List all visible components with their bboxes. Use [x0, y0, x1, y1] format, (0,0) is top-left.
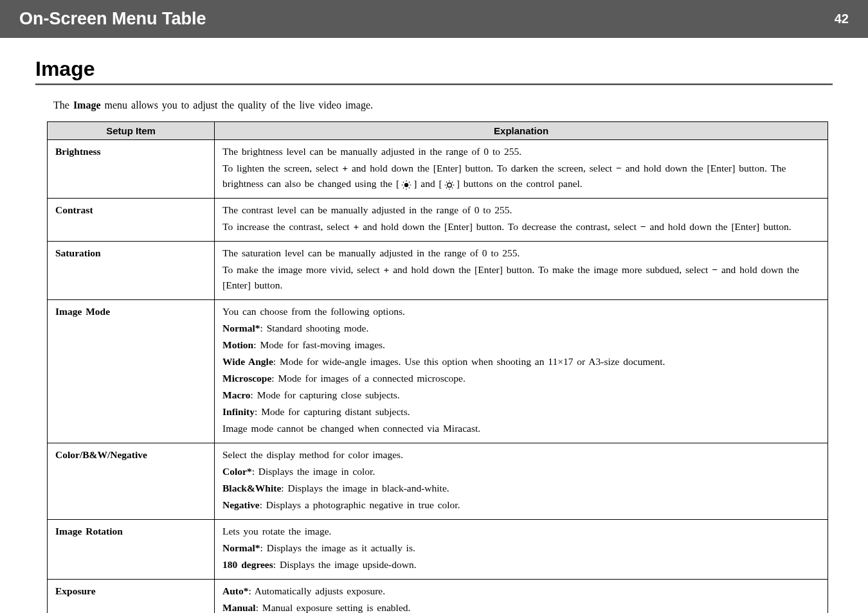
label-exposure: Exposure [48, 580, 215, 613]
opt-label: Infinity [222, 406, 255, 417]
opt-text: : Manual exposure setting is enabled. [256, 602, 411, 613]
opt-label: Black&White [222, 483, 281, 493]
svg-point-9 [448, 183, 451, 187]
line: Normal*: Standard shooting mode. [222, 321, 820, 336]
minus: − [712, 264, 718, 275]
text: To increase the contrast, select [222, 221, 353, 232]
label-contrast: Contrast [48, 199, 215, 242]
opt-text: : Displays the image in color. [252, 466, 375, 477]
line: Black&White: Displays the image in black… [222, 481, 820, 496]
svg-point-0 [404, 183, 408, 187]
opt-text: : Mode for fast-moving images. [253, 339, 385, 350]
text: You can choose from the following option… [222, 304, 820, 319]
row-image-mode: Image Mode You can choose from the follo… [48, 300, 828, 443]
desc-color-bw: Select the display method for color imag… [215, 443, 828, 520]
opt-label: Microscope [222, 373, 271, 384]
opt-text: : Automatically adjusts exposure. [248, 585, 385, 596]
contrast-line2: To increase the contrast, select + and h… [222, 219, 820, 235]
text: ] buttons on the control panel. [457, 178, 583, 189]
opt-text: : Displays the image upside-down. [273, 559, 417, 570]
label-color-bw: Color/B&W/Negative [48, 443, 215, 520]
opt-label: Macro [222, 389, 251, 400]
text: To make the image more vivid, select [222, 264, 384, 275]
line: Infinity: Mode for capturing distant sub… [222, 404, 820, 420]
text: and hold down the [Enter] button. To dec… [359, 221, 640, 232]
desc-contrast: The contrast level can be manually adjus… [215, 199, 828, 242]
opt-label: Auto* [222, 585, 248, 596]
intro-bold: Image [73, 100, 101, 111]
page-content: Image The Image menu allows you to adjus… [0, 38, 868, 613]
svg-line-6 [409, 188, 410, 188]
line: Color*: Displays the image in color. [222, 464, 820, 479]
plus: + [342, 163, 348, 173]
section-underline [35, 84, 833, 85]
row-exposure: Exposure Auto*: Automatically adjusts ex… [48, 580, 828, 613]
opt-text: : Standard shooting mode. [260, 323, 369, 333]
line: 180 degrees: Displays the image upside-d… [222, 557, 820, 573]
text: and hold down the [Enter] button. To mak… [389, 264, 712, 275]
line: Macro: Mode for capturing close subjects… [222, 387, 820, 403]
header-setup-item: Setup Item [48, 122, 215, 140]
settings-table: Setup Item Explanation Brightness The br… [47, 121, 828, 613]
line: Auto*: Automatically adjusts exposure. [222, 583, 820, 599]
svg-line-17 [452, 182, 453, 182]
opt-label: Wide Angle [222, 356, 273, 367]
line: Normal*: Displays the image as it actual… [222, 540, 820, 556]
page-number: 42 [835, 12, 849, 26]
text: Image mode cannot be changed when connec… [222, 421, 820, 436]
desc-brightness: The brightness level can be manually adj… [215, 140, 828, 199]
opt-label: Manual [222, 602, 256, 613]
desc-rotation: Lets you rotate the image. Normal*: Disp… [215, 520, 828, 580]
text: and hold down the [Enter] button. [646, 221, 791, 232]
brightness-down-icon [399, 179, 413, 190]
header-bar: On-Screen Menu Table 42 [0, 0, 868, 38]
line: Negative: Displays a photographic negati… [222, 497, 820, 513]
line: Wide Angle: Mode for wide-angle images. … [222, 354, 820, 369]
svg-line-8 [409, 182, 410, 182]
brightness-line1: The brightness level can be manually adj… [222, 144, 820, 159]
label-image-mode: Image Mode [48, 300, 215, 443]
label-saturation: Saturation [48, 242, 215, 300]
minus: − [640, 221, 646, 232]
svg-line-5 [403, 182, 404, 182]
svg-line-16 [446, 188, 447, 188]
opt-label: Motion [222, 339, 253, 350]
opt-label: Normal* [222, 542, 260, 553]
line: Microscope: Mode for images of a connect… [222, 371, 820, 386]
intro-prefix: The [53, 100, 73, 111]
line: Manual: Manual exposure setting is enabl… [222, 600, 820, 613]
opt-text: : Displays the image in black-and-white. [281, 483, 449, 493]
text: To lighten the screen, select [222, 163, 342, 173]
desc-image-mode: You can choose from the following option… [215, 300, 828, 443]
row-saturation: Saturation The saturation level can be m… [48, 242, 828, 300]
text: Select the display method for color imag… [222, 447, 820, 463]
opt-text: : Mode for wide-angle images. Use this o… [273, 356, 665, 367]
minus: − [616, 163, 622, 173]
label-brightness: Brightness [48, 140, 215, 199]
intro-suffix: menu allows you to adjust the quality of… [101, 100, 373, 111]
text: Lets you rotate the image. [222, 524, 820, 539]
opt-label: 180 degrees [222, 559, 273, 570]
opt-text: : Mode for capturing close subjects. [251, 389, 400, 400]
desc-exposure: Auto*: Automatically adjusts exposure. M… [215, 580, 828, 613]
opt-text: : Displays a photographic negative in tr… [260, 499, 460, 510]
row-contrast: Contrast The contrast level can be manua… [48, 199, 828, 242]
brightness-up-icon [442, 179, 457, 190]
header-title: On-Screen Menu Table [19, 9, 206, 29]
label-rotation: Image Rotation [48, 520, 215, 580]
line: Motion: Mode for fast-moving images. [222, 337, 820, 353]
brightness-line2: To lighten the screen, select + and hold… [222, 161, 820, 191]
opt-label: Negative [222, 499, 260, 510]
saturation-line1: The saturation level can be manually adj… [222, 245, 820, 261]
contrast-line1: The contrast level can be manually adjus… [222, 202, 820, 218]
row-color-bw: Color/B&W/Negative Select the display me… [48, 443, 828, 520]
svg-line-14 [446, 182, 447, 182]
desc-saturation: The saturation level can be manually adj… [215, 242, 828, 300]
opt-label: Color* [222, 466, 252, 477]
plus: + [353, 221, 359, 232]
svg-line-15 [452, 188, 453, 188]
opt-label: Normal* [222, 323, 260, 333]
saturation-line2: To make the image more vivid, select + a… [222, 262, 820, 293]
opt-text: : Mode for images of a connected microsc… [271, 373, 466, 384]
text: and hold down the [Enter] button. To dar… [348, 163, 616, 173]
